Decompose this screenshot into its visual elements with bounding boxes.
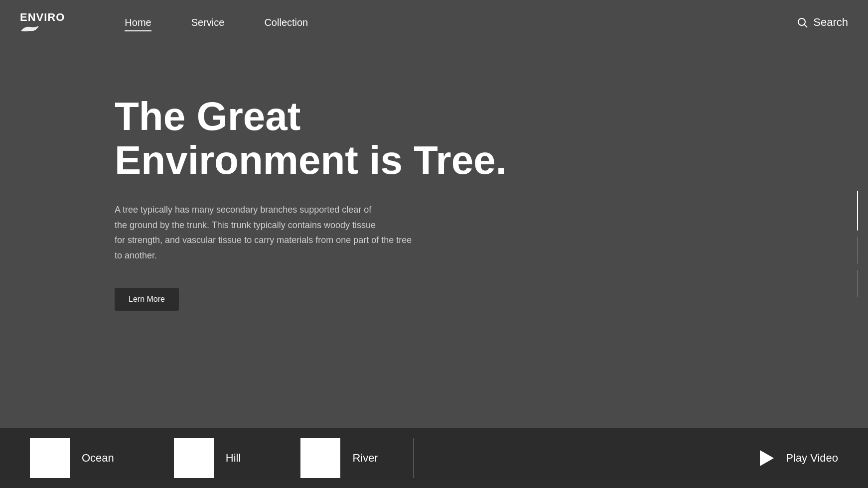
hero-title-line1: The Great xyxy=(115,94,300,138)
hero-description: A tree typically has many secondary bran… xyxy=(115,202,414,263)
leaf-icon xyxy=(20,25,40,34)
search-label: Search xyxy=(813,16,848,29)
learn-more-button[interactable]: Lern More xyxy=(115,288,179,311)
nav-item-home[interactable]: Home xyxy=(125,17,151,28)
bottom-bar: Ocean Hill River Play Video xyxy=(0,428,868,488)
scroll-line-3 xyxy=(857,270,858,297)
bottom-item-hill[interactable]: Hill xyxy=(144,438,271,478)
play-video-label: Play Video xyxy=(786,452,838,465)
search-icon xyxy=(796,16,808,28)
bottom-divider xyxy=(413,438,414,478)
nav-item-service[interactable]: Service xyxy=(191,17,225,28)
hero-title-line2: Environment is Tree. xyxy=(115,138,507,182)
hero-section: The Great Environment is Tree. A tree ty… xyxy=(0,45,868,428)
search-button[interactable]: Search xyxy=(796,16,848,29)
play-icon xyxy=(756,448,776,468)
ocean-label: Ocean xyxy=(82,452,114,465)
main-nav: Home Service Collection xyxy=(125,17,796,28)
ocean-thumbnail xyxy=(30,438,70,478)
river-label: River xyxy=(352,452,378,465)
brand-name: ENVIRO xyxy=(20,11,65,24)
hill-label: Hill xyxy=(226,452,241,465)
hero-title: The Great Environment is Tree. xyxy=(115,95,868,182)
bottom-item-ocean[interactable]: Ocean xyxy=(0,438,144,478)
logo[interactable]: ENVIRO xyxy=(20,11,65,34)
scroll-line-2 xyxy=(857,237,858,264)
svg-marker-2 xyxy=(760,450,774,466)
nav-item-collection[interactable]: Collection xyxy=(264,17,308,28)
scroll-line-1 xyxy=(857,191,858,231)
main-content: The Great Environment is Tree. A tree ty… xyxy=(0,0,868,488)
hill-thumbnail xyxy=(174,438,214,478)
header: ENVIRO Home Service Collection Search xyxy=(0,0,868,45)
svg-point-0 xyxy=(798,18,805,25)
bottom-item-river[interactable]: River xyxy=(271,438,408,478)
play-video-button[interactable]: Play Video xyxy=(726,448,868,468)
river-thumbnail xyxy=(300,438,340,478)
svg-line-1 xyxy=(805,25,808,28)
scroll-indicator xyxy=(857,191,858,297)
